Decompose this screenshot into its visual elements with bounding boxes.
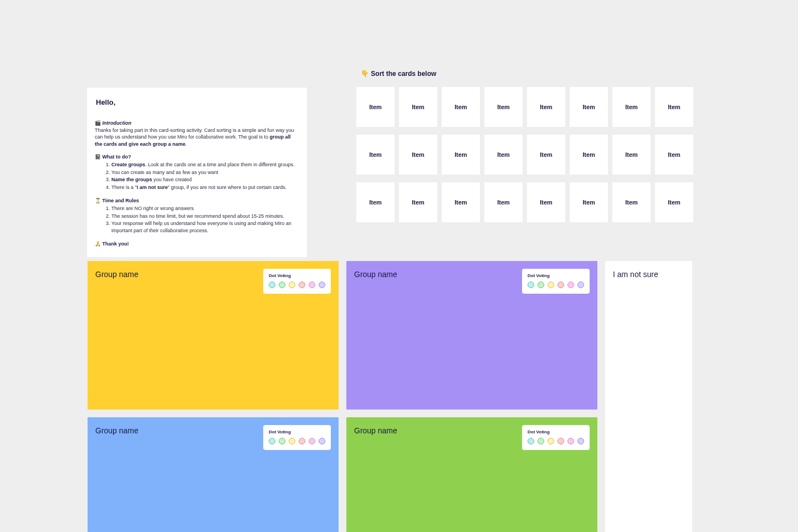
card-grid: ItemItemItemItemItemItemItemItemItemItem… <box>356 87 693 222</box>
sort-card[interactable]: Item <box>655 87 693 127</box>
sort-card[interactable]: Item <box>612 87 651 127</box>
intro-panel: Hello, 🎬 Introduction Thanks for taking … <box>87 88 307 257</box>
dot-voting-label: Dot Voting <box>269 429 325 434</box>
dot-voting-dot[interactable] <box>279 438 285 444</box>
sort-card[interactable]: Item <box>356 135 395 175</box>
dot-voting-panel[interactable]: Dot Voting <box>263 425 331 450</box>
group-zone-3[interactable]: Group name Dot Voting <box>88 417 339 532</box>
intro-what-list: Create groups. Look at the cards one at … <box>95 161 299 191</box>
groups-row-1: Group name Dot Voting Group name Dot Vot… <box>88 261 692 410</box>
sort-card[interactable]: Item <box>356 182 395 222</box>
sort-card[interactable]: Item <box>612 182 651 222</box>
sort-cards-text: Sort the cards below <box>371 70 436 78</box>
intro-rules-heading: Time and Rules <box>103 198 139 203</box>
dot-voting-dot[interactable] <box>567 438 574 444</box>
sort-card[interactable]: Item <box>570 87 608 127</box>
dot-voting-dots <box>528 438 584 444</box>
dot-voting-dot[interactable] <box>289 282 295 288</box>
dot-voting-dot[interactable] <box>577 438 584 444</box>
sort-card[interactable]: Item <box>527 87 565 127</box>
sort-card[interactable]: Item <box>399 135 437 175</box>
intro-rules-item: There are NO right or wrong answers <box>111 205 299 213</box>
dot-voting-panel[interactable]: Dot Voting <box>263 269 331 294</box>
dot-voting-dot[interactable] <box>269 282 275 288</box>
sort-card[interactable]: Item <box>484 135 523 175</box>
dot-voting-panel[interactable]: Dot Voting <box>522 269 590 294</box>
intro-rules-list: There are NO right or wrong answersThe s… <box>95 205 299 234</box>
intro-rules-item: The session has no time limit, but we re… <box>111 213 299 221</box>
sort-card[interactable]: Item <box>399 182 437 222</box>
dot-voting-label: Dot Voting <box>528 273 584 278</box>
intro-rules-block: ⏳ Time and Rules There are NO right or w… <box>95 197 299 235</box>
sort-card[interactable]: Item <box>484 182 523 222</box>
group-zone-1[interactable]: Group name Dot Voting <box>88 261 339 410</box>
sort-card[interactable]: Item <box>442 135 480 175</box>
dot-voting-dot[interactable] <box>289 438 295 444</box>
sort-card[interactable]: Item <box>570 135 608 175</box>
canvas[interactable]: Hello, 🎬 Introduction Thanks for taking … <box>0 0 798 532</box>
dot-voting-dot[interactable] <box>548 282 554 288</box>
dot-voting-dot[interactable] <box>279 282 285 288</box>
notebook-icon: 📓 <box>95 154 101 160</box>
dot-voting-dot[interactable] <box>548 438 554 444</box>
dot-voting-dot[interactable] <box>557 438 564 444</box>
intro-what-item: Name the groups you have created <box>111 176 299 184</box>
dot-voting-dot[interactable] <box>528 282 534 288</box>
sort-card[interactable]: Item <box>399 87 437 127</box>
sort-card[interactable]: Item <box>527 135 565 175</box>
group-zone-2[interactable]: Group name Dot Voting <box>346 261 597 410</box>
film-icon: 🎬 <box>95 120 101 126</box>
pray-icon: 🙏 <box>95 241 101 247</box>
dot-voting-dot[interactable] <box>309 438 315 444</box>
dot-voting-dot[interactable] <box>538 438 544 444</box>
intro-what-block: 📓 What to do? Create groups. Look at the… <box>95 154 299 192</box>
not-sure-title[interactable]: I am not sure <box>613 270 684 279</box>
dot-voting-panel[interactable]: Dot Voting <box>522 425 590 450</box>
intro-thanks-text: Thank you! <box>103 241 129 247</box>
intro-what-item: You can create as many and as few as you… <box>111 169 299 177</box>
sort-card[interactable]: Item <box>612 135 651 175</box>
sort-card[interactable]: Item <box>527 182 565 222</box>
sort-card[interactable]: Item <box>655 182 693 222</box>
dot-voting-dot[interactable] <box>319 438 325 444</box>
sort-card[interactable]: Item <box>655 135 693 175</box>
dot-voting-dot[interactable] <box>567 282 574 288</box>
intro-what-item: There is a "I am not sure" group, if you… <box>111 184 299 192</box>
sort-card[interactable]: Item <box>442 87 480 127</box>
dot-voting-label: Dot Voting <box>528 429 584 434</box>
intro-hello: Hello, <box>96 98 299 108</box>
intro-introduction-post: . <box>186 141 187 147</box>
dot-voting-dot[interactable] <box>319 282 325 288</box>
dot-voting-dots <box>528 282 584 288</box>
dot-voting-dot[interactable] <box>299 438 305 444</box>
intro-rules-item: Your response will help us understand ho… <box>111 220 299 234</box>
intro-what-item: Create groups. Look at the cards one at … <box>111 161 299 169</box>
intro-what-heading: What to do? <box>103 154 131 160</box>
intro-introduction-pre: Thanks for taking part in this card-sort… <box>95 127 294 140</box>
sort-card[interactable]: Item <box>570 182 608 222</box>
dot-voting-dot[interactable] <box>309 282 315 288</box>
intro-introduction-body: Thanks for taking part in this card-sort… <box>95 127 299 148</box>
dot-voting-dot[interactable] <box>557 282 564 288</box>
dot-voting-dot[interactable] <box>538 282 544 288</box>
dot-voting-dot[interactable] <box>577 282 584 288</box>
intro-introduction-heading: Introduction <box>103 120 132 126</box>
dot-voting-dots <box>269 282 325 288</box>
dot-voting-dot[interactable] <box>299 282 305 288</box>
dot-voting-label: Dot Voting <box>269 273 325 278</box>
sort-cards-label: 👇 Sort the cards below <box>361 70 436 78</box>
dot-voting-dot[interactable] <box>269 438 275 444</box>
point-down-icon: 👇 <box>361 70 369 78</box>
intro-introduction-block: 🎬 Introduction Thanks for taking part in… <box>95 120 299 147</box>
group-zone-4[interactable]: Group name Dot Voting <box>346 417 597 532</box>
intro-thanks: 🙏 Thank you! <box>95 241 299 248</box>
dot-voting-dot[interactable] <box>528 438 534 444</box>
hourglass-icon: ⏳ <box>95 198 101 203</box>
sort-card[interactable]: Item <box>356 87 395 127</box>
sort-card[interactable]: Item <box>442 182 480 222</box>
groups-row-2: Group name Dot Voting Group name Dot Vot… <box>88 417 597 532</box>
not-sure-zone[interactable]: I am not sure <box>605 261 692 532</box>
dot-voting-dots <box>269 438 325 444</box>
sort-card[interactable]: Item <box>484 87 523 127</box>
